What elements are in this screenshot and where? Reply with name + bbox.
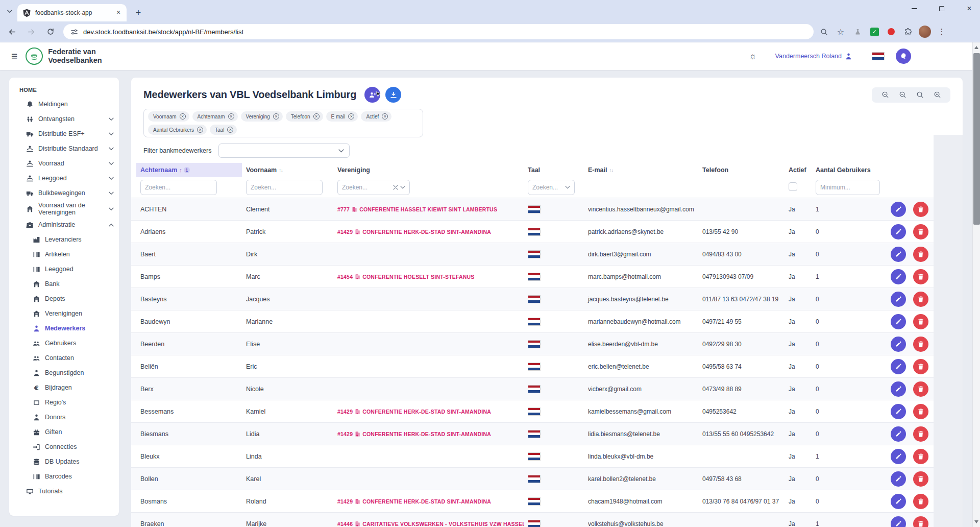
delete-button[interactable] <box>913 381 928 397</box>
sidebar-item-medewerkers[interactable]: Medewerkers <box>9 321 119 336</box>
chevron-down-icon[interactable] <box>400 185 405 190</box>
edit-button[interactable] <box>891 292 906 307</box>
sidebar-item-begunstigden[interactable]: Begunstigden <box>9 366 119 380</box>
sidebar-item-donors[interactable]: Donors <box>9 410 119 425</box>
vereniging-link[interactable]: #1429 CONFERENTIE HERK-DE-STAD SINT-AMAN… <box>337 431 491 437</box>
edit-button[interactable] <box>891 449 906 464</box>
menu-kebab-icon[interactable]: ⋮ <box>935 25 948 38</box>
reload-button[interactable] <box>43 24 58 39</box>
remove-chip-icon[interactable]: × <box>313 113 320 119</box>
column-header-email[interactable]: E-mail↑↓ <box>584 163 698 177</box>
delete-button[interactable] <box>913 449 928 464</box>
remove-chip-icon[interactable]: × <box>382 113 388 119</box>
edit-button[interactable] <box>891 494 906 509</box>
vereniging-link[interactable]: #1429 CONFERENTIE HERK-DE-STAD SINT-AMAN… <box>337 498 491 505</box>
edit-button[interactable] <box>891 471 906 487</box>
filter-chip-achternaam[interactable]: Achternaam × <box>192 111 238 122</box>
filter-chip-aantal-gebruikers[interactable]: Aantal Gebruikers × <box>148 125 207 135</box>
edit-button[interactable] <box>891 224 906 239</box>
site-settings-icon[interactable] <box>70 28 78 36</box>
zoom-out-button[interactable] <box>879 89 891 101</box>
filter-chip-vereniging[interactable]: Vereniging × <box>241 111 283 122</box>
sidebar-item-bulkbewegingen[interactable]: Bulkbewegingen <box>9 186 119 201</box>
sidebar-item-artikelen[interactable]: Artikelen <box>9 247 119 262</box>
vereniging-link[interactable]: #777 CONFERENTIE HASSELT KIEWIT SINT LAM… <box>337 206 497 212</box>
edit-button[interactable] <box>891 516 906 527</box>
filter-chip-telefoon[interactable]: Telefoon × <box>286 111 323 122</box>
sidebar-item-meldingen[interactable]: Meldingen <box>9 97 119 112</box>
remove-chip-icon[interactable]: × <box>180 113 186 119</box>
sidebar-item-voorraad-van-de-verenigingen[interactable]: Voorraad van de Verenigingen <box>9 201 119 218</box>
language-flag-netherlands-icon[interactable] <box>872 52 885 60</box>
sidebar-item-verenigingen[interactable]: Verenigingen <box>9 306 119 321</box>
delete-button[interactable] <box>913 247 928 262</box>
filter-chip-voornaam[interactable]: Voornaam × <box>148 111 189 122</box>
sidebar-item-gebruikers[interactable]: Gebruikers <box>9 336 119 351</box>
sidebar-item-distributie-standaard[interactable]: Distributie Standaard <box>9 141 119 156</box>
extension-check-icon[interactable]: ✓ <box>868 25 881 38</box>
filter-chip-e-mail[interactable]: E mail × <box>326 111 358 122</box>
search-aantal-input[interactable] <box>820 184 875 191</box>
profile-avatar[interactable] <box>918 25 932 38</box>
edit-button[interactable] <box>891 381 906 397</box>
delete-button[interactable] <box>913 314 928 329</box>
remove-chip-icon[interactable]: × <box>228 113 234 119</box>
sidebar-item-leveranciers[interactable]: Leveranciers <box>9 232 119 247</box>
remove-chip-icon[interactable]: × <box>273 113 279 119</box>
back-button[interactable] <box>4 24 19 39</box>
vereniging-link[interactable]: #1446 CARITATIEVE VOLKSWERKEN - VOLKSTEH… <box>337 521 524 527</box>
bank-filter-select[interactable] <box>218 143 350 158</box>
scroll-up-icon[interactable] <box>974 46 978 49</box>
extension-flask-icon[interactable] <box>851 25 864 38</box>
sidebar-item-leeggoed[interactable]: Leeggoed <box>9 262 119 277</box>
sidebar-item-distributie-esf[interactable]: Distributie ESF+ <box>9 127 119 141</box>
sidebar-item-depots[interactable]: Depots <box>9 292 119 306</box>
delete-button[interactable] <box>913 494 928 509</box>
sidebar-item-bank[interactable]: Bank <box>9 277 119 292</box>
sidebar-item-contacten[interactable]: Contacten <box>9 351 119 366</box>
sidebar-item-connecties[interactable]: Connecties <box>9 440 119 454</box>
delete-button[interactable] <box>913 359 928 374</box>
sidebar-item-leeggoed[interactable]: Leeggoed <box>9 171 119 186</box>
tab-close-icon[interactable]: × <box>114 9 122 17</box>
chevron-down-icon[interactable] <box>565 185 570 190</box>
forward-button[interactable] <box>23 24 39 39</box>
minimize-button[interactable] <box>906 2 922 15</box>
sidebar-item-db-updates[interactable]: DB Updates <box>9 454 119 469</box>
address-bar[interactable]: dev.stock.foodbanksit.be/stock/app/nl-BE… <box>63 24 814 39</box>
sidebar-item-barcodes[interactable]: Barcodes <box>9 469 119 484</box>
scroll-down-icon[interactable] <box>974 520 978 523</box>
zoom-search-icon[interactable] <box>817 25 830 38</box>
extensions-puzzle-icon[interactable] <box>901 25 915 38</box>
edit-button[interactable] <box>891 314 906 329</box>
remove-chip-icon[interactable]: × <box>227 127 233 133</box>
search-taal-input[interactable] <box>532 184 563 191</box>
filter-chip-taal[interactable]: Taal × <box>210 125 237 135</box>
edit-button[interactable] <box>891 247 906 262</box>
edit-button[interactable] <box>891 359 906 374</box>
theme-toggle-sun-icon[interactable]: ☼ <box>749 51 757 61</box>
delete-button[interactable] <box>913 426 928 442</box>
scrollbar-thumb[interactable] <box>973 53 980 225</box>
column-header-achternaam[interactable]: Achternaam ↑ 1 <box>136 163 242 177</box>
tab-search-button[interactable] <box>4 6 15 17</box>
vereniging-link[interactable]: #1429 CONFERENTIE HERK-DE-STAD SINT-AMAN… <box>337 409 491 415</box>
browser-tab[interactable]: foodbanks-stock-app × <box>17 4 127 21</box>
edit-button[interactable] <box>891 337 906 352</box>
delete-button[interactable] <box>913 516 928 527</box>
sidebar-item-bijdragen[interactable]: € Bijdragen <box>9 380 119 395</box>
page-scrollbar[interactable] <box>972 42 980 527</box>
user-menu[interactable]: Vandermeersch Roland <box>775 53 852 60</box>
vereniging-link[interactable]: #1454 CONFERENTIE HOESELT SINT-STEFANUS <box>337 274 475 280</box>
filter-chip-actief[interactable]: Actief × <box>361 111 391 122</box>
edit-button[interactable] <box>891 404 906 419</box>
delete-button[interactable] <box>913 224 928 239</box>
delete-button[interactable] <box>913 269 928 284</box>
actief-filter-checkbox[interactable] <box>789 182 797 191</box>
sidebar-item-administratie[interactable]: Administratie <box>9 218 119 232</box>
sidebar-item-tutorials[interactable]: Tutorials <box>9 484 119 499</box>
menu-icon[interactable]: ≡ <box>11 50 17 62</box>
edit-button[interactable] <box>891 202 906 217</box>
delete-button[interactable] <box>913 404 928 419</box>
avatar[interactable] <box>896 49 911 64</box>
